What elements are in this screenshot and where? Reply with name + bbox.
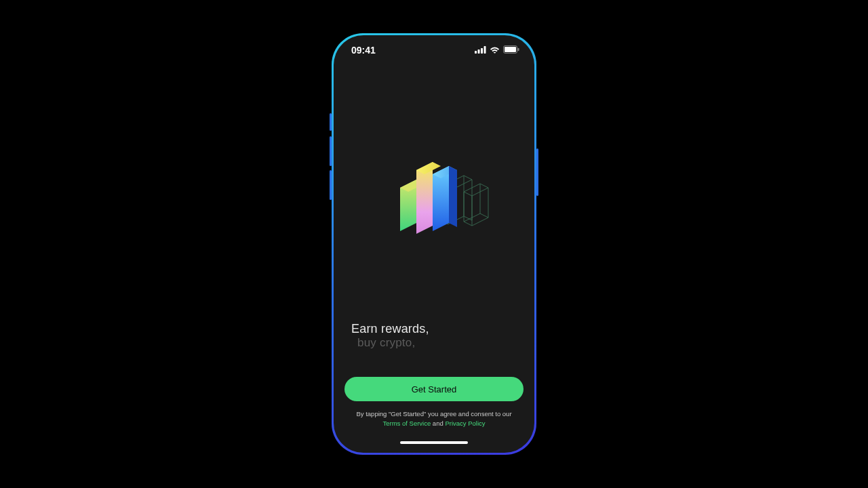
tagline-line-1: Earn rewards, xyxy=(351,322,517,336)
terms-of-service-link[interactable]: Terms of Service xyxy=(382,420,431,427)
svg-marker-11 xyxy=(449,166,457,227)
phone-volume-down xyxy=(330,170,332,200)
svg-rect-6 xyxy=(518,48,519,51)
get-started-label: Get Started xyxy=(412,384,456,394)
status-bar: 09:41 xyxy=(334,35,534,65)
status-time: 09:41 xyxy=(351,45,376,56)
phone-frame: 09:41 xyxy=(332,33,536,455)
svg-rect-0 xyxy=(475,51,477,54)
legal-and: and xyxy=(431,420,445,427)
legal-prefix: By tapping "Get Started" you agree and c… xyxy=(356,410,511,418)
tagline-line-2: buy crypto, xyxy=(351,336,517,350)
home-indicator[interactable] xyxy=(334,432,534,453)
onboarding-content: Earn rewards, buy crypto, Get Started By… xyxy=(334,65,534,432)
phone-power-button xyxy=(536,148,538,196)
tagline: Earn rewards, buy crypto, xyxy=(344,322,524,377)
battery-icon xyxy=(503,45,519,56)
legal-text: By tapping "Get Started" you agree and c… xyxy=(344,409,524,428)
svg-rect-5 xyxy=(505,47,516,52)
phone-side-button xyxy=(330,113,332,131)
svg-rect-1 xyxy=(478,49,480,54)
svg-rect-3 xyxy=(484,46,486,54)
hero-illustration xyxy=(373,150,495,245)
svg-rect-2 xyxy=(481,48,483,54)
status-icons xyxy=(475,45,519,56)
phone-screen: 09:41 xyxy=(334,35,534,453)
wifi-icon xyxy=(490,45,500,56)
get-started-button[interactable]: Get Started xyxy=(344,377,524,401)
phone-volume-up xyxy=(330,136,332,166)
hero-wrap xyxy=(344,65,524,322)
privacy-policy-link[interactable]: Privacy Policy xyxy=(445,420,485,427)
signal-icon xyxy=(475,45,486,56)
